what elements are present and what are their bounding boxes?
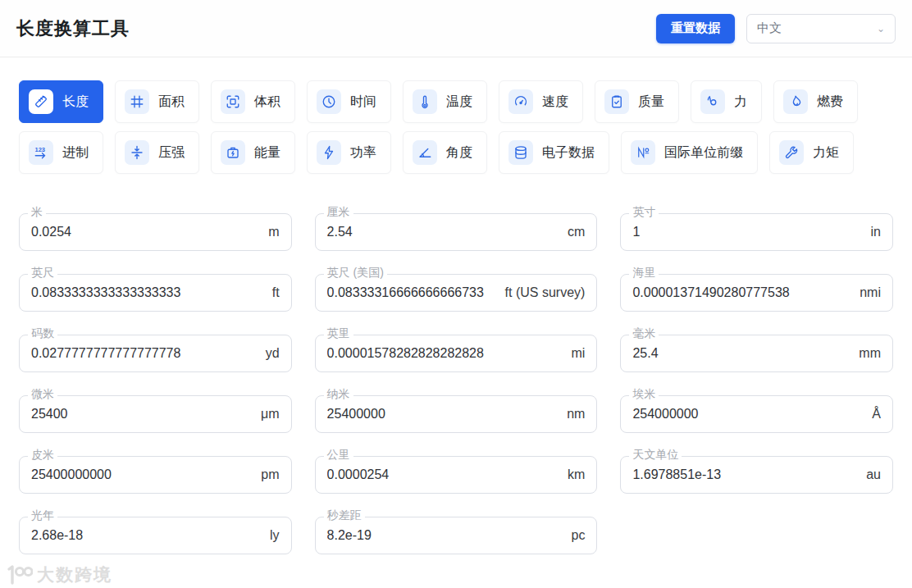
database-icon (508, 140, 533, 165)
inch-input[interactable] (632, 225, 862, 239)
tab-temperature[interactable]: 温度 (403, 80, 487, 123)
chevron-down-icon: ⌄ (877, 23, 885, 34)
field-label: 英尺 (28, 267, 57, 278)
ruler-icon (29, 89, 53, 114)
field-astronomical-unit: 天文单位 au (620, 456, 893, 494)
tab-label: 角度 (446, 144, 472, 162)
tab-label: 温度 (446, 93, 472, 111)
astronomical-unit-input[interactable] (632, 467, 858, 482)
numbers-arrow-icon: 123 (29, 140, 53, 165)
nautical-mile-input[interactable] (632, 285, 851, 300)
tab-power[interactable]: 功率 (307, 131, 391, 174)
reset-data-button[interactable]: 重置数据 (656, 14, 735, 43)
field-foot: 英尺 ft (19, 274, 292, 312)
tab-fuel[interactable]: 燃费 (773, 80, 858, 123)
tab-mass[interactable]: 质量 (595, 80, 679, 123)
field-angstrom: 埃米 Å (620, 395, 893, 433)
field-foot-us: 英尺 (美国) ft (US survey) (315, 274, 598, 312)
yard-input[interactable] (31, 346, 258, 361)
field-parsec: 秒差距 pc (315, 517, 598, 554)
tab-label: 电子数据 (542, 144, 595, 162)
unit-suffix: pc (563, 528, 585, 543)
tab-row-1: 长度 面积 体积 (19, 80, 893, 123)
compress-icon (125, 140, 149, 165)
unit-suffix: cm (559, 225, 585, 239)
tab-label: 压强 (158, 144, 185, 162)
tab-label: 功率 (350, 144, 376, 162)
field-label: 纳米 (324, 388, 353, 399)
unit-suffix: m (260, 225, 279, 239)
micrometer-input[interactable] (31, 407, 253, 422)
speedometer-icon (508, 89, 533, 114)
grid-icon (125, 89, 149, 114)
tab-length[interactable]: 长度 (19, 80, 103, 123)
unit-suffix: yd (258, 346, 280, 361)
thermometer-icon (413, 89, 437, 114)
page-title: 长度换算工具 (16, 16, 130, 41)
language-select[interactable]: 中文 ⌄ (746, 14, 896, 43)
tab-label: 力 (734, 93, 747, 111)
foot-input[interactable] (31, 285, 264, 300)
field-label: 厘米 (324, 206, 353, 217)
kilometer-input[interactable] (327, 467, 559, 482)
parsec-input[interactable] (327, 528, 563, 543)
tab-label: 体积 (254, 93, 280, 111)
field-label: 英里 (324, 327, 353, 339)
mile-input[interactable] (327, 346, 563, 361)
tab-time[interactable]: 时间 (307, 80, 391, 123)
tab-si-prefix[interactable]: 国际单位前缀 (621, 131, 758, 174)
tab-volume[interactable]: 体积 (211, 80, 295, 123)
meter-input[interactable] (31, 225, 260, 239)
tab-torque[interactable]: 力矩 (769, 131, 854, 174)
field-micrometer: 微米 μm (19, 395, 292, 433)
tab-electronic-data[interactable]: 电子数据 (499, 131, 609, 174)
field-label: 微米 (28, 388, 57, 399)
tab-area[interactable]: 面积 (115, 80, 199, 123)
unit-suffix: km (559, 467, 585, 482)
unit-suffix: mm (850, 346, 881, 361)
tab-label: 燃费 (817, 93, 843, 111)
field-inch: 英寸 in (620, 213, 893, 251)
watermark: 大数跨境 (5, 563, 112, 586)
centimeter-input[interactable] (327, 225, 559, 239)
unit-suffix: ft (US survey) (497, 285, 586, 300)
nanometer-input[interactable] (327, 407, 559, 422)
tab-angle[interactable]: 角度 (403, 131, 487, 174)
tab-energy[interactable]: 能量 (211, 131, 295, 174)
tab-label: 能量 (254, 144, 280, 162)
lightning-icon (317, 140, 341, 165)
field-centimeter: 厘米 cm (315, 213, 598, 251)
field-mile: 英里 mi (315, 335, 598, 372)
conversion-grid: 米 m 厘米 cm 英寸 in 英尺 ft 英尺 (美国) ft (US sur… (0, 213, 912, 554)
watermark-logo-icon (5, 564, 33, 586)
foot-us-input[interactable] (327, 285, 497, 300)
cube-brackets-icon (221, 89, 245, 114)
lightyear-input[interactable] (31, 528, 262, 543)
field-label: 天文单位 (629, 449, 682, 460)
header-actions: 重置数据 中文 ⌄ (656, 14, 896, 43)
unit-suffix: mi (563, 346, 586, 361)
field-label: 英寸 (629, 206, 659, 217)
language-select-value: 中文 (757, 21, 782, 36)
field-label: 埃米 (629, 388, 659, 399)
numero-icon (631, 140, 655, 165)
millimeter-input[interactable] (632, 346, 850, 361)
field-picometer: 皮米 pm (19, 456, 292, 494)
field-meter: 米 m (19, 213, 292, 251)
field-label: 毫米 (629, 327, 659, 339)
tab-force[interactable]: 力 (691, 80, 762, 123)
flame-icon (783, 89, 808, 114)
picometer-input[interactable] (31, 467, 253, 482)
tab-row-2: 123 进制 压强 能量 (19, 131, 893, 174)
unit-suffix: au (858, 467, 881, 482)
angstrom-input[interactable] (632, 407, 864, 422)
tab-pressure[interactable]: 压强 (115, 131, 199, 174)
tab-speed[interactable]: 速度 (499, 80, 583, 123)
tab-label: 面积 (158, 93, 185, 111)
field-label: 皮米 (28, 449, 57, 460)
field-label: 秒差距 (324, 509, 365, 521)
unit-suffix: pm (253, 467, 279, 482)
unit-suffix: in (863, 225, 881, 239)
field-millimeter: 毫米 mm (620, 335, 893, 372)
tab-base[interactable]: 123 进制 (19, 131, 103, 174)
